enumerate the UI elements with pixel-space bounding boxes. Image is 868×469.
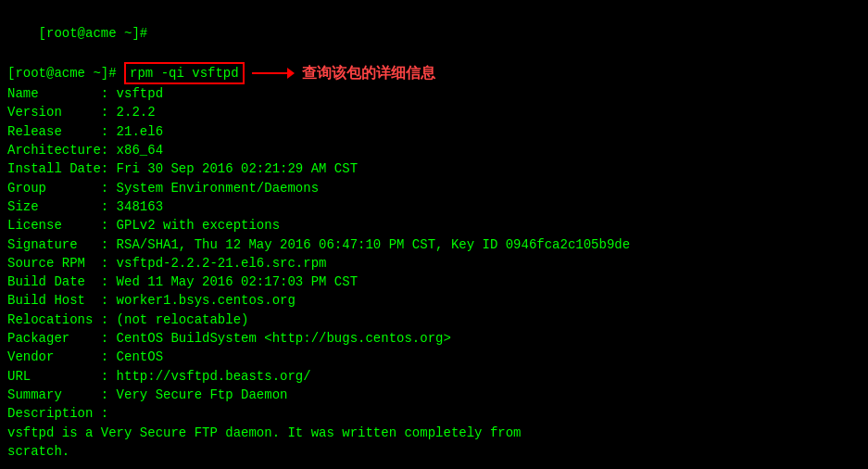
field-label: Install Date: Fri 30 Sep 2016 02:21:29 A… [7,161,358,176]
terminal-line-2: [root@acme ~]# rpm -qi vsftpd 查询该包的详细信息 [7,62,861,84]
field-label: Architecture: x86_64 [7,143,163,158]
field-license: License : GPLv2 with exceptions [7,216,861,234]
terminal-line-1: [root@acme ~]# [7,6,861,62]
field-label: Packager : CentOS BuildSystem <http://bu… [7,331,451,346]
field-packager: Packager : CentOS BuildSystem <http://bu… [7,329,861,348]
description-line-2: scratch. [7,442,861,461]
arrow-line [252,72,289,74]
description-text-1: vsftpd is a Very Secure FTP daemon. It w… [7,425,522,440]
field-vendor: Vendor : CentOS [7,348,861,366]
terminal-window: [root@acme ~]# [root@acme ~]# rpm -qi vs… [0,0,868,469]
field-label: URL : http://vsftpd.beasts.org/ [7,369,311,384]
field-build-date: Build Date : Wed 11 May 2016 02:17:03 PM… [7,273,861,291]
field-source-rpm: Source RPM : vsftpd-2.2.2-21.el6.src.rpm [7,254,861,273]
field-name: Name : vsftpd [7,84,861,103]
field-signature: Signature : RSA/SHA1, Thu 12 May 2016 06… [7,235,861,254]
prompt-1: [root@acme ~]# [39,26,148,41]
field-build-host: Build Host : worker1.bsys.centos.org [7,291,861,310]
field-label: Version : 2.2.2 [7,105,156,120]
field-size: Size : 348163 [7,197,861,216]
final-prompt-line: [root@acme ~]# [7,461,861,469]
field-label: Group : System Environment/Daemons [7,181,319,196]
field-label: Name : vsftpd [7,86,163,101]
field-label: Size : 348163 [7,199,163,214]
field-label: Description : [7,406,108,421]
field-version: Version : 2.2.2 [7,103,861,121]
prompt-2: [root@acme ~]# [7,64,124,82]
field-install-date: Install Date: Fri 30 Sep 2016 02:21:29 A… [7,159,861,178]
arrow [252,72,289,74]
field-label: Summary : Very Secure Ftp Daemon [7,387,287,402]
field-label: Build Date : Wed 11 May 2016 02:17:03 PM… [7,274,358,289]
field-architecture: Architecture: x86_64 [7,141,861,159]
field-release: Release : 21.el6 [7,122,861,141]
field-group: Group : System Environment/Daemons [7,179,861,197]
field-label: Release : 21.el6 [7,124,163,139]
description-text-2: scratch. [7,444,69,459]
field-description: Description : [7,404,861,423]
description-line-1: vsftpd is a Very Secure FTP daemon. It w… [7,424,861,442]
field-summary: Summary : Very Secure Ftp Daemon [7,386,861,404]
field-url: URL : http://vsftpd.beasts.org/ [7,367,861,386]
command-box: rpm -qi vsftpd [124,62,245,84]
annotation-text: 查询该包的详细信息 [302,62,435,83]
field-label: Build Host : worker1.bsys.centos.org [7,293,296,308]
field-label: Source RPM : vsftpd-2.2.2-21.el6.src.rpm [7,256,326,271]
field-label: Relocations : (not relocatable) [7,312,248,327]
field-label: Vendor : CentOS [7,349,163,364]
field-label: License : GPLv2 with exceptions [7,218,280,233]
field-label: Signature : RSA/SHA1, Thu 12 May 2016 06… [7,237,630,252]
field-relocations: Relocations : (not relocatable) [7,311,861,329]
